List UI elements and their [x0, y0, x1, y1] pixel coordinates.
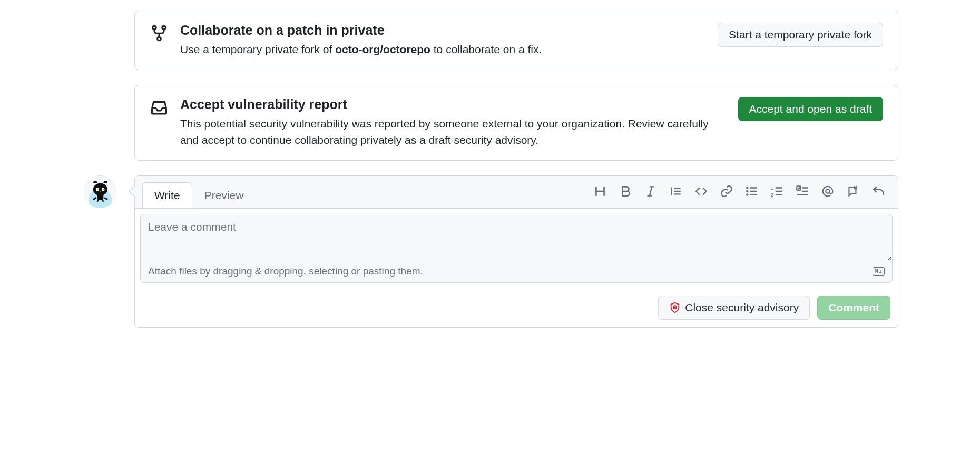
- comment-tabbar: Write Preview 12: [135, 176, 898, 209]
- accept-report-card: Accept vulnerability report This potenti…: [134, 85, 898, 161]
- start-private-fork-button[interactable]: Start a temporary private fork: [718, 23, 883, 47]
- svg-point-3: [93, 183, 107, 195]
- accept-open-draft-button[interactable]: Accept and open as draft: [738, 97, 884, 121]
- shield-x-icon: [669, 302, 681, 313]
- avatar: [84, 175, 116, 208]
- repo-name: octo-org/octorepo: [335, 43, 430, 55]
- heading-icon[interactable]: [593, 184, 607, 198]
- cross-reference-icon[interactable]: [846, 184, 860, 198]
- svg-point-10: [747, 187, 748, 188]
- accept-desc: This potential security vulnerability wa…: [180, 115, 727, 149]
- attach-hint-bar[interactable]: Attach files by dragging & dropping, sel…: [140, 260, 893, 283]
- collaborate-desc: Use a temporary private fork of octo-org…: [180, 41, 706, 58]
- bold-icon[interactable]: [619, 184, 632, 198]
- ordered-list-icon[interactable]: 12: [770, 184, 784, 198]
- svg-point-2: [158, 37, 161, 41]
- code-icon[interactable]: [694, 184, 708, 198]
- svg-point-8: [102, 189, 103, 190]
- quote-icon[interactable]: [669, 184, 683, 198]
- svg-point-0: [153, 26, 156, 30]
- tab-preview[interactable]: Preview: [192, 182, 256, 208]
- svg-text:2: 2: [771, 192, 773, 198]
- close-advisory-button[interactable]: Close security advisory: [658, 296, 810, 320]
- svg-point-9: [100, 191, 101, 192]
- svg-point-1: [162, 26, 166, 30]
- tab-write[interactable]: Write: [142, 182, 192, 208]
- svg-point-7: [97, 189, 98, 190]
- task-list-icon[interactable]: [796, 184, 809, 198]
- inbox-icon: [150, 98, 169, 117]
- unordered-list-icon[interactable]: [745, 184, 759, 198]
- markdown-icon[interactable]: M↓: [873, 267, 885, 276]
- comment-textarea[interactable]: [140, 214, 893, 261]
- svg-point-12: [747, 194, 748, 195]
- reply-icon[interactable]: [871, 184, 885, 198]
- fork-icon: [150, 24, 169, 43]
- svg-text:1: 1: [771, 185, 773, 191]
- mention-icon[interactable]: [821, 184, 835, 198]
- link-icon[interactable]: [720, 184, 733, 198]
- comment-button[interactable]: Comment: [817, 296, 890, 320]
- attach-hint-text: Attach files by dragging & dropping, sel…: [148, 266, 423, 277]
- comment-composer: Write Preview 12: [134, 175, 898, 328]
- collaborate-title: Collaborate on a patch in private: [180, 23, 706, 38]
- italic-icon[interactable]: [644, 184, 658, 198]
- accept-title: Accept vulnerability report: [180, 97, 727, 112]
- svg-point-16: [826, 189, 830, 193]
- svg-rect-4: [97, 194, 103, 200]
- formatting-toolbar: 12: [593, 184, 890, 205]
- svg-point-11: [747, 191, 748, 192]
- collaborate-card: Collaborate on a patch in private Use a …: [134, 11, 898, 70]
